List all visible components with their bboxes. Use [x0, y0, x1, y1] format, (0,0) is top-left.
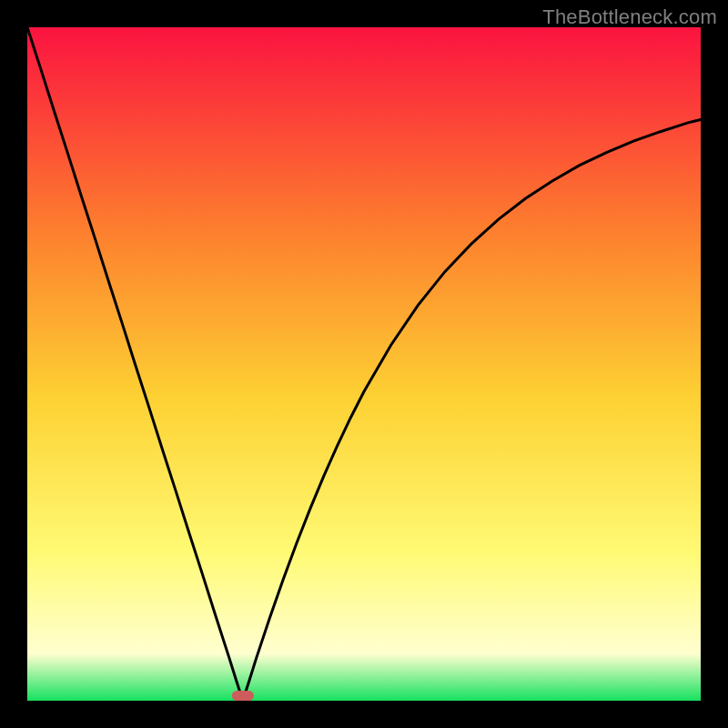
optimal-marker	[232, 691, 254, 701]
plot-area	[27, 27, 701, 701]
chart-frame: TheBottleneck.com	[0, 0, 728, 728]
chart-svg	[27, 27, 701, 701]
watermark-text: TheBottleneck.com	[542, 5, 717, 29]
gradient-background	[27, 27, 701, 701]
